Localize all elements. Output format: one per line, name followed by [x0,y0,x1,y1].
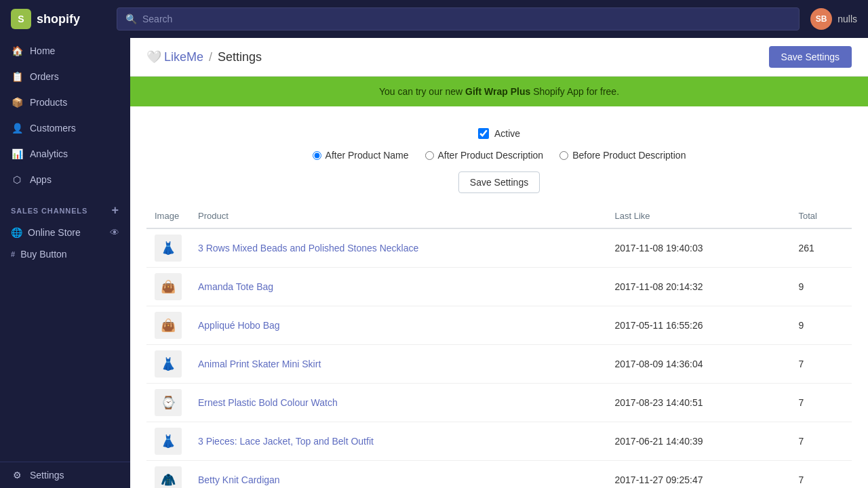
product-image-cell: 👗 [146,228,190,268]
analytics-icon: 📊 [11,148,23,160]
save-button[interactable]: Save Settings [458,171,540,193]
products-icon: 📦 [11,96,23,108]
radio-before-product-description[interactable]: Before Product Description [559,150,686,161]
radio-label: After Product Name [326,150,409,161]
total-cell: 9 [790,268,852,306]
sidebar-item-products[interactable]: 📦 Products [0,89,130,115]
product-image: ⌚ [155,389,182,416]
banner-highlight: Gift Wrap Plus [465,86,530,97]
product-link[interactable]: Ernest Plastic Bold Colour Watch [198,397,338,408]
product-image-cell: 👗 [146,422,190,461]
customers-icon: 👤 [11,122,23,134]
table-row: 👗 Animal Print Skater Mini Skirt 2017-08… [146,345,852,384]
settings-icon: ⚙ [11,469,23,481]
product-image-cell: ⌚ [146,384,190,422]
breadcrumb: 🤍 LikeMe / Settings [146,49,262,64]
product-image: 👗 [155,235,182,262]
product-image: 🧥 [155,466,182,488]
table-row: 👗 3 Pieces: Lace Jacket, Top and Belt Ou… [146,422,852,461]
search-bar[interactable]: 🔍 [117,7,800,30]
table-row: 👗 3 Rows Mixed Beads and Polished Stones… [146,228,852,268]
sidebar-item-label: Settings [30,470,64,481]
product-image: 👜 [155,273,182,300]
sidebar-item-online-store[interactable]: 🌐 Online Store 👁 [0,222,130,243]
page-header: 🤍 LikeMe / Settings Save Settings [130,38,868,77]
logo-icon: S [11,9,31,29]
breadcrumb-link[interactable]: 🤍 LikeMe [146,49,203,64]
product-link[interactable]: Appliqué Hobo Bag [198,320,280,331]
sidebar-item-orders[interactable]: 📋 Orders [0,64,130,89]
content-area: Active After Product Name After Product … [130,106,868,488]
radio-after-product-name[interactable]: After Product Name [313,150,409,161]
active-label[interactable]: Active [494,128,520,139]
channel-label: Buy Button [20,249,67,260]
product-name-cell: Amanda Tote Bag [190,268,607,306]
product-image: 👗 [155,350,182,378]
table-row: 👜 Appliqué Hobo Bag 2017-05-11 16:55:26 … [146,306,852,345]
product-name-cell: Appliqué Hobo Bag [190,306,607,345]
promo-banner: You can try our new Gift Wrap Plus Shopi… [130,77,868,106]
col-product: Product [190,204,607,228]
radio-row: After Product Name After Product Descrip… [313,150,686,161]
product-link[interactable]: 3 Rows Mixed Beads and Polished Stones N… [198,243,418,253]
active-row: Active [478,128,520,139]
avatar[interactable]: SB [810,8,832,30]
banner-prefix: You can try our new [379,86,465,97]
radio-label: Before Product Description [572,150,686,161]
sidebar-item-customers[interactable]: 👤 Customers [0,115,130,141]
online-store-icon: 🌐 [11,227,22,238]
sidebar: 🏠 Home 📋 Orders 📦 Products 👤 Customers 📊… [0,38,130,488]
sidebar-item-label: Analytics [30,148,68,159]
product-image-cell: 👜 [146,268,190,306]
product-name-cell: Betty Knit Cardigan [190,461,607,489]
banner-suffix: Shopify App for free. [530,86,619,97]
sidebar-item-apps[interactable]: ⬡ Apps [0,167,130,192]
visibility-icon[interactable]: 👁 [110,227,119,238]
settings-form: Active After Product Name After Product … [146,123,852,204]
last-like-cell: 2017-11-27 09:25:47 [607,461,791,489]
logo: S shopify [11,9,106,29]
radio-after-product-description[interactable]: After Product Description [425,150,544,161]
col-last-like: Last Like [607,204,791,228]
total-cell: 7 [790,345,852,384]
product-link[interactable]: Animal Print Skater Mini Skirt [198,359,321,369]
sidebar-item-label: Apps [30,174,52,185]
product-link[interactable]: 3 Pieces: Lace Jacket, Top and Belt Outf… [198,436,374,447]
sidebar-item-label: Orders [30,71,59,82]
sidebar-item-buy-button[interactable]: # Buy Button [0,243,130,265]
product-name-cell: Animal Print Skater Mini Skirt [190,345,607,384]
breadcrumb-current: Settings [218,50,262,64]
heart-icon: 🤍 [146,49,161,64]
product-image-cell: 👗 [146,345,190,384]
username: nulls [837,14,857,24]
product-image-cell: 🧥 [146,461,190,489]
last-like-cell: 2017-11-08 19:40:03 [607,228,791,268]
top-nav: S shopify 🔍 SB nulls [0,0,868,38]
search-input[interactable] [142,14,791,24]
active-checkbox[interactable] [478,128,489,139]
sidebar-bottom: ⚙ Settings [0,462,130,488]
sidebar-item-analytics[interactable]: 📊 Analytics [0,141,130,167]
product-link[interactable]: Amanda Tote Bag [198,281,273,292]
last-like-cell: 2017-08-09 14:36:04 [607,345,791,384]
table-row: 🧥 Betty Knit Cardigan 2017-11-27 09:25:4… [146,461,852,489]
sidebar-item-home[interactable]: 🏠 Home [0,38,130,64]
sidebar-item-label: Home [30,45,55,56]
sidebar-item-label: Products [30,97,67,108]
user-area: SB nulls [810,8,857,30]
table-row: 👜 Amanda Tote Bag 2017-11-08 20:14:32 9 [146,268,852,306]
product-image: 👗 [155,428,182,455]
search-icon: 🔍 [125,14,137,24]
last-like-cell: 2017-05-11 16:55:26 [607,306,791,345]
total-cell: 7 [790,461,852,489]
add-channel-button[interactable]: + [112,203,119,218]
product-link[interactable]: Betty Knit Cardigan [198,474,280,485]
table-row: ⌚ Ernest Plastic Bold Colour Watch 2017-… [146,384,852,422]
breadcrumb-separator: / [209,50,212,64]
total-cell: 7 [790,384,852,422]
save-settings-button[interactable]: Save Settings [769,46,852,68]
col-total: Total [790,204,852,228]
sidebar-item-settings[interactable]: ⚙ Settings [0,462,130,488]
orders-icon: 📋 [11,70,23,83]
sales-channels-label: SALES CHANNELS + [0,192,130,222]
